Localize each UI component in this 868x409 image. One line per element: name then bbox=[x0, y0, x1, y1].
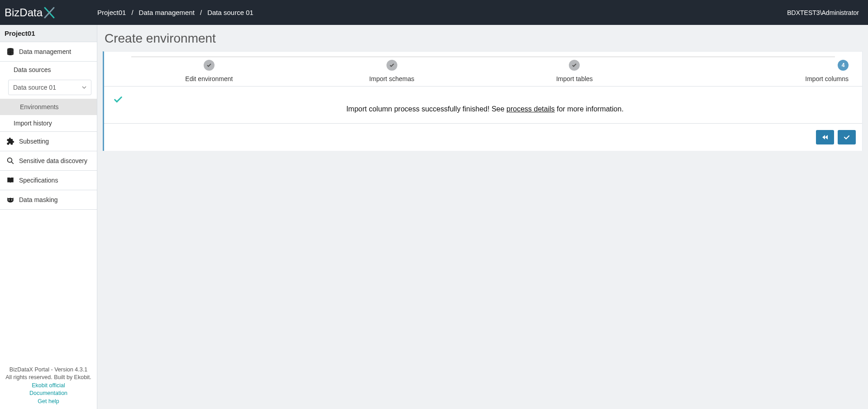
wizard-steps: Edit environment Import schemas Import t… bbox=[104, 52, 862, 87]
footer-copyright: All rights reserved. Built by Ekobit. bbox=[0, 374, 97, 382]
sidebar-item-data-masking[interactable]: Data masking bbox=[0, 190, 97, 210]
step-import-tables[interactable]: Import tables bbox=[483, 60, 666, 82]
sidebar: Project01 Data management Data sources D… bbox=[0, 25, 97, 409]
datasource-selected: Data source 01 bbox=[13, 84, 56, 91]
finish-button[interactable] bbox=[838, 130, 856, 144]
breadcrumb-separator: / bbox=[131, 9, 133, 16]
step-number-badge: 4 bbox=[838, 60, 849, 71]
sidebar-item-label: Data masking bbox=[19, 196, 58, 203]
status-text-suffix: for more information. bbox=[555, 105, 624, 113]
database-icon bbox=[5, 48, 15, 56]
puzzle-icon bbox=[5, 137, 15, 145]
sidebar-sub-data-sources[interactable]: Data sources bbox=[0, 62, 97, 78]
check-icon bbox=[204, 60, 215, 71]
svg-line-2 bbox=[11, 162, 14, 164]
sidebar-datasource-select[interactable]: Data source 01 bbox=[8, 80, 91, 95]
sidebar-item-sensitive-discovery[interactable]: Sensitive data discovery bbox=[0, 151, 97, 171]
sidebar-item-label: Sensitive data discovery bbox=[19, 157, 87, 164]
sidebar-footer: BizDataX Portal - Version 4.3.1 All righ… bbox=[0, 366, 97, 406]
status-text-prefix: Import column process successfully finis… bbox=[346, 105, 506, 113]
check-icon bbox=[386, 60, 397, 71]
step-label: Edit environment bbox=[118, 75, 300, 82]
sidebar-datasource-select-wrap: Data source 01 bbox=[0, 78, 97, 99]
breadcrumb-datasource[interactable]: Data source 01 bbox=[207, 9, 253, 16]
wizard-card: Edit environment Import schemas Import t… bbox=[103, 51, 863, 151]
footer-version: BizDataX Portal - Version 4.3.1 bbox=[0, 366, 97, 374]
sidebar-item-specifications[interactable]: Specifications bbox=[0, 171, 97, 190]
sidebar-item-label: Subsetting bbox=[19, 138, 49, 145]
sidebar-item-data-management[interactable]: Data management bbox=[0, 42, 97, 62]
status-message: Import column process successfully finis… bbox=[104, 87, 862, 124]
back-button[interactable] bbox=[816, 130, 834, 144]
svg-point-1 bbox=[8, 158, 12, 163]
footer-link-help[interactable]: Get help bbox=[0, 398, 97, 406]
step-import-columns[interactable]: 4 Import columns bbox=[666, 60, 849, 82]
footer-link-ekobit[interactable]: Ekobit official bbox=[0, 382, 97, 390]
footer-link-docs[interactable]: Documentation bbox=[0, 390, 97, 398]
main: Create environment Edit environment Impo… bbox=[97, 25, 868, 409]
step-label: Import columns bbox=[666, 75, 849, 82]
sidebar-sub-environments[interactable]: Environments bbox=[0, 99, 97, 115]
sidebar-project-header[interactable]: Project01 bbox=[0, 25, 97, 42]
step-connector bbox=[131, 57, 835, 57]
rewind-icon bbox=[821, 134, 829, 141]
mask-icon bbox=[5, 196, 15, 204]
check-icon bbox=[569, 60, 580, 71]
page-title: Create environment bbox=[105, 31, 863, 46]
breadcrumb-separator: / bbox=[200, 9, 202, 16]
topbar: BizData Project01 / Data management / Da… bbox=[0, 0, 868, 25]
chevron-down-icon bbox=[82, 85, 86, 90]
sidebar-item-label: Specifications bbox=[19, 177, 58, 184]
logo-text: BizData bbox=[5, 6, 43, 19]
search-icon bbox=[5, 157, 15, 165]
success-check-icon bbox=[113, 95, 853, 105]
step-label: Import schemas bbox=[300, 75, 483, 82]
svg-point-0 bbox=[7, 48, 14, 50]
check-icon bbox=[843, 134, 850, 141]
process-details-link[interactable]: process details bbox=[506, 105, 555, 113]
step-label: Import tables bbox=[483, 75, 666, 82]
sidebar-item-subsetting[interactable]: Subsetting bbox=[0, 132, 97, 151]
step-edit-environment[interactable]: Edit environment bbox=[118, 60, 300, 82]
user-label[interactable]: BDXTEST3\Administrator bbox=[787, 9, 859, 16]
breadcrumb-data-management[interactable]: Data management bbox=[139, 9, 195, 16]
breadcrumb: Project01 / Data management / Data sourc… bbox=[97, 9, 253, 16]
breadcrumb-project[interactable]: Project01 bbox=[97, 9, 126, 16]
book-icon bbox=[5, 176, 15, 184]
logo[interactable]: BizData bbox=[5, 6, 86, 19]
wizard-action-bar bbox=[104, 124, 862, 151]
logo-x-icon bbox=[43, 6, 56, 19]
step-import-schemas[interactable]: Import schemas bbox=[300, 60, 483, 82]
sidebar-sub-import-history[interactable]: Import history bbox=[0, 115, 97, 132]
sidebar-item-label: Data management bbox=[19, 48, 71, 55]
